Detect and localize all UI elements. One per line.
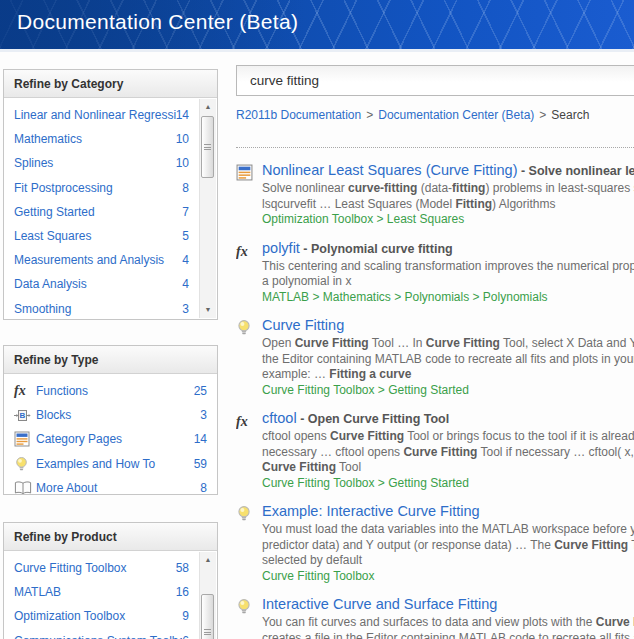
refine-item-label[interactable]: Smoothing [14,302,182,316]
result-title-link[interactable]: cftool [262,410,297,426]
result-title-link[interactable]: Nonlinear Least Squares (Curve Fitting) [262,162,517,178]
app-header: Documentation Center (Beta) [0,0,634,52]
refine-category-item[interactable]: Mathematics 10 [4,127,217,151]
result-title-link[interactable]: polyfit [262,240,300,256]
refine-by-type-panel: Refine by Type fx Functions 25 B [3,345,218,495]
scroll-thumb[interactable] [201,116,214,178]
refine-item-label[interactable]: Least Squares [14,229,182,243]
refine-category-item[interactable]: Measurements and Analysis 4 [4,248,217,272]
refine-category-item[interactable]: Getting Started 7 [4,200,217,224]
product-scrollbar[interactable]: ▲ [199,552,216,639]
refine-item-label[interactable]: Measurements and Analysis [14,253,182,267]
refine-category-item[interactable]: Linear and Nonlinear Regression 14 [4,103,217,127]
refine-item-label[interactable]: Linear and Nonlinear Regression [14,108,176,122]
refine-product-item[interactable]: Communications System Toolbox 6 [4,629,217,639]
search-result: Nonlinear Least Squares (Curve Fitting) … [236,161,634,228]
book-icon [14,481,36,494]
scroll-grip-icon [204,629,211,635]
result-title-link[interactable]: Curve Fitting [262,317,344,333]
result-title-link[interactable]: Interactive Curve and Surface Fitting [262,596,497,612]
refine-type-item[interactable]: Examples and How To 59 [4,452,217,476]
result-snippet: the Editor containing MATLAB code to rec… [262,352,634,368]
result-product-path[interactable]: Optimization Toolbox > Least Squares [262,212,634,228]
result-title-link[interactable]: Example: Interactive Curve Fitting [262,503,480,519]
refine-item-label[interactable]: Optimization Toolbox [14,609,182,623]
refine-item-count: 3 [200,408,207,422]
refine-category-item[interactable]: Splines 10 [4,151,217,175]
lightbulb-icon [236,502,262,584]
scroll-thumb[interactable] [201,594,214,639]
refine-product-item[interactable]: Optimization Toolbox 9 [4,604,217,628]
refine-item-label[interactable]: Functions [36,384,194,398]
refine-type-item[interactable]: fx Functions 25 [4,379,217,403]
result-body: Curve Fitting Open Curve Fitting Tool … … [262,316,634,398]
fx-icon: fx [14,384,36,398]
breadcrumb-link-doc-center[interactable]: Documentation Center (Beta) [378,108,534,122]
refine-item-label[interactable]: More About [36,481,200,494]
breadcrumb-separator: > [366,108,373,122]
refine-item-label[interactable]: Curve Fitting Toolbox [14,561,176,575]
refine-category-item[interactable]: Least Squares 5 [4,224,217,248]
refine-category-item[interactable]: Smoothing 3 [4,297,217,320]
result-snippet: predictor data) and Y output (or respons… [262,538,634,554]
refine-item-label[interactable]: Blocks [36,408,200,422]
refine-item-count: 3 [182,302,189,316]
result-product-path[interactable]: MATLAB > Mathematics > Polynomials > Pol… [262,290,634,306]
refine-by-type-header: Refine by Type [4,346,217,374]
result-snippet: Curve Fitting Tool [262,460,634,476]
refine-category-item[interactable]: Data Analysis 4 [4,272,217,296]
result-title-line: Nonlinear Least Squares (Curve Fitting) … [262,161,634,180]
refine-product-item[interactable]: MATLAB 16 [4,580,217,604]
refine-item-label[interactable]: Mathematics [14,132,176,146]
result-product-path[interactable]: Curve Fitting Toolbox > Getting Started [262,476,634,492]
refine-by-category-header: Refine by Category [4,70,217,98]
refine-item-label[interactable]: Fit Postprocessing [14,181,182,195]
result-snippet: lsqcurvefit … Least Squares (Model Fitti… [262,197,634,213]
result-product-path[interactable]: Curve Fitting Toolbox [262,569,634,585]
refine-type-item[interactable]: B Blocks 3 [4,403,217,427]
refine-item-count: 9 [182,609,189,623]
scroll-up-button[interactable]: ▲ [200,100,216,114]
refine-item-label[interactable]: Splines [14,156,176,170]
result-snippet: necessary … cftool opens Curve Fitting T… [262,445,634,461]
search-input[interactable] [236,65,634,96]
result-snippet: Open Curve Fitting Tool … In Curve Fitti… [262,336,634,352]
refine-product-item[interactable]: Curve Fitting Toolbox 58 [4,556,217,580]
refine-item-label[interactable]: Data Analysis [14,277,182,291]
refine-type-item[interactable]: Category Pages 14 [4,427,217,451]
refine-by-category-panel: Refine by Category Linear and Nonlinear … [3,69,218,320]
svg-text:B: B [20,411,26,420]
result-snippet: Solve nonlinear curve-fitting (data-fitt… [262,181,634,197]
refine-item-count: 14 [176,108,189,122]
refine-item-label[interactable]: Category Pages [36,432,194,446]
refine-category-item[interactable]: Fit Postprocessing 8 [4,176,217,200]
search-results-list: Nonlinear Least Squares (Curve Fitting) … [236,161,634,639]
refine-by-product-list: Curve Fitting Toolbox 58 MATLAB 16 Optim… [4,551,217,639]
breadcrumb-link-r2011b[interactable]: R2011b Documentation [236,108,361,122]
refine-item-label[interactable]: Communications System Toolbox [14,634,182,639]
refine-item-label[interactable]: MATLAB [14,585,176,599]
refine-type-item[interactable]: More About 8 [4,476,217,494]
refine-item-label[interactable]: Examples and How To [36,457,194,471]
lightbulb-icon [236,316,262,398]
results-divider [236,147,634,148]
refine-by-product-header: Refine by Product [4,523,217,551]
refine-item-count: 58 [176,561,189,575]
refine-by-product-panel: Refine by Product Curve Fitting Toolbox … [3,522,218,639]
category-page-icon [236,161,262,228]
refine-item-label[interactable]: Getting Started [14,205,182,219]
search-result: Example: Interactive Curve Fitting You m… [236,502,634,584]
breadcrumb-current: Search [551,108,589,122]
page-title: Documentation Center (Beta) [17,10,298,34]
search-result: Curve Fitting Open Curve Fitting Tool … … [236,316,634,398]
category-scrollbar[interactable]: ▲ ▼ [199,99,216,318]
scroll-grip-icon [204,144,211,150]
scroll-down-button[interactable]: ▼ [200,303,216,317]
result-title-line: Curve Fitting [262,316,634,335]
result-product-path[interactable]: Curve Fitting Toolbox > Getting Started [262,383,634,399]
refine-by-type-list: fx Functions 25 B Blocks 3 [4,374,217,494]
scroll-up-button[interactable]: ▲ [200,553,216,567]
refine-item-count: 7 [182,205,189,219]
refine-item-count: 59 [194,457,207,471]
result-body: Interactive Curve and Surface Fitting Yo… [262,595,634,639]
